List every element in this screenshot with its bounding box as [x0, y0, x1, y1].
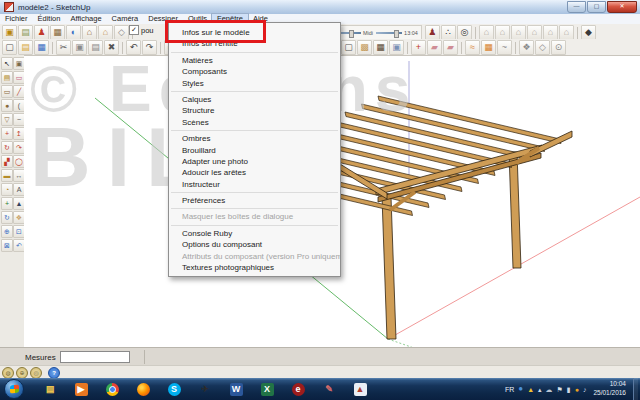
drape-icon[interactable]: ◇	[535, 40, 550, 55]
maximize-button[interactable]: ▢	[587, 1, 606, 13]
menu-item-textures-photographiques[interactable]: Textures photographiques	[169, 262, 340, 273]
menu-item-calques[interactable]: Calques	[169, 94, 340, 105]
battery-icon[interactable]: ▮	[567, 386, 571, 393]
get-current-view-icon[interactable]: ▣	[2, 25, 17, 40]
view-top-icon[interactable]: ⌂	[495, 25, 510, 40]
axes-icon[interactable]: +	[411, 40, 426, 55]
smoove-icon[interactable]: ~	[497, 40, 512, 55]
google-earth-icon[interactable]: ◐	[66, 25, 81, 40]
geo-location-icon[interactable]: ◍	[2, 367, 14, 379]
firefox-icon[interactable]	[132, 380, 154, 398]
section-cut-icon[interactable]: ▰	[443, 40, 458, 55]
menu-item-styles[interactable]: Styles	[169, 78, 340, 89]
view-iso-icon[interactable]: ⌂	[479, 25, 494, 40]
menu-item-composants[interactable]: Composants	[169, 66, 340, 77]
sketchup-app-icon[interactable]: ▲	[349, 380, 371, 398]
wireframe-style-icon[interactable]: ▢	[341, 40, 356, 55]
add-detail-icon[interactable]: ⊙	[551, 40, 566, 55]
photo-textures-icon[interactable]: ▦	[50, 25, 65, 40]
menu-item-console-ruby[interactable]: Console Ruby	[169, 228, 340, 239]
cloud-icon[interactable]: ☁	[546, 386, 553, 393]
action-center-icon[interactable]: ⚑	[557, 386, 563, 393]
shadows-toggle-icon[interactable]: ◆	[581, 25, 596, 40]
orbit-tool[interactable]: ↻	[1, 211, 13, 224]
protractor-tool[interactable]: ◔	[1, 183, 13, 196]
textured-style-icon[interactable]: ▦	[373, 40, 388, 55]
menu-item-ombres[interactable]: Ombres	[169, 133, 340, 144]
zoom-tool[interactable]: ⊕	[1, 225, 13, 238]
axes-tool[interactable]: +	[1, 197, 13, 210]
get-models-icon[interactable]: ⌂	[98, 25, 113, 40]
close-button[interactable]: ✕	[607, 1, 637, 13]
polygon-tool[interactable]: ▽	[1, 113, 13, 126]
menu-affichage[interactable]: Affichage	[65, 14, 106, 24]
power-icon[interactable]: ●	[575, 386, 579, 393]
tape-measure-tool[interactable]: ▬	[1, 169, 13, 182]
menu-item-adapter-une-photo[interactable]: Adapter une photo	[169, 156, 340, 167]
redo-icon[interactable]: ↷	[142, 40, 157, 55]
move-tool[interactable]: +	[1, 127, 13, 140]
stamp-icon[interactable]: ❖	[519, 40, 534, 55]
menu-item-scenes[interactable]: Scènes	[169, 117, 340, 128]
update-warning-icon[interactable]: ▲	[527, 386, 534, 393]
view-right-icon[interactable]: ⌂	[527, 25, 542, 40]
explorer-icon[interactable]: ▤	[39, 380, 61, 398]
show-desktop-button[interactable]	[633, 378, 638, 400]
measurements-input[interactable]	[60, 351, 130, 363]
language-indicator[interactable]: FR	[505, 386, 514, 393]
rectangle-tool[interactable]: ▭	[1, 85, 13, 98]
checkbox-check-icon[interactable]: ✓	[129, 25, 139, 35]
rotate-tool[interactable]: ↻	[1, 141, 13, 154]
menu-item-options-du-composant[interactable]: Options du composant	[169, 239, 340, 250]
start-button[interactable]	[4, 379, 24, 399]
skype-icon[interactable]: S	[163, 380, 185, 398]
shadow-date-slider[interactable]: 13:04	[376, 30, 418, 36]
menu-item-instructeur[interactable]: Instructeur	[169, 179, 340, 190]
cut-icon[interactable]: ✂	[56, 40, 71, 55]
position-camera-icon[interactable]: ♟	[425, 25, 440, 40]
menu-edition[interactable]: Édition	[33, 14, 66, 24]
delete-icon[interactable]: ✖	[104, 40, 119, 55]
sandbox-scratch-icon[interactable]: ▦	[481, 40, 496, 55]
menu-fichier[interactable]: Fichier	[0, 14, 33, 24]
menu-item-preferences[interactable]: Préférences	[169, 195, 340, 206]
update-circle-icon[interactable]: ●	[518, 385, 523, 393]
help-icon[interactable]: ?	[48, 367, 60, 379]
word-icon[interactable]: W	[225, 380, 247, 398]
menu-item-matieres[interactable]: Matières	[169, 55, 340, 66]
select-tool[interactable]: ↖	[1, 57, 13, 70]
view-front-icon[interactable]: ⌂	[511, 25, 526, 40]
taskbar-clock[interactable]: 10:04 25/01/2016	[593, 380, 626, 398]
minimize-button[interactable]: —	[567, 1, 586, 13]
menu-camera[interactable]: Caméra	[107, 14, 144, 24]
section-plane-icon[interactable]: ▰	[427, 40, 442, 55]
volume-icon[interactable]: ♪	[583, 386, 587, 393]
monochrome-style-icon[interactable]: ▣	[389, 40, 404, 55]
paint-app-icon[interactable]: ✎	[318, 380, 340, 398]
place-model-icon[interactable]: ♟	[34, 25, 49, 40]
new-file-icon[interactable]: ▢	[2, 40, 17, 55]
paint-bucket-tool[interactable]: ▤	[1, 71, 13, 84]
menu-item-structure[interactable]: Structure	[169, 105, 340, 116]
view-back-icon[interactable]: ⌂	[543, 25, 558, 40]
copy-icon[interactable]: ▣	[72, 40, 87, 55]
look-around-icon[interactable]: ◎	[457, 25, 472, 40]
shaded-style-icon[interactable]: ▩	[357, 40, 372, 55]
model-credit-icon[interactable]: ◎	[30, 367, 42, 379]
sandbox-contours-icon[interactable]: ≈	[465, 40, 480, 55]
edu-app-icon[interactable]: e	[287, 380, 309, 398]
claim-credit-icon[interactable]: ⊕	[16, 367, 28, 379]
scale-tool[interactable]: ▞	[1, 155, 13, 168]
menu-item-adoucir-les-aretes[interactable]: Adoucir les arêtes	[169, 167, 340, 178]
view-left-icon[interactable]: ⌂	[559, 25, 574, 40]
undo-icon[interactable]: ↶	[126, 40, 141, 55]
chrome-icon[interactable]	[101, 380, 123, 398]
media-player-icon[interactable]: ▶	[70, 380, 92, 398]
buildings-icon[interactable]: ⌂	[82, 25, 97, 40]
circle-tool[interactable]: ●	[1, 99, 13, 112]
zoom-extents-tool[interactable]: ⊠	[1, 239, 13, 252]
save-file-icon[interactable]: ▦	[34, 40, 49, 55]
jet-app-icon[interactable]: ✈	[194, 380, 216, 398]
toolbar-checkbox[interactable]: ✓ pou	[129, 25, 154, 35]
toggle-terrain-icon[interactable]: ▤	[18, 25, 33, 40]
